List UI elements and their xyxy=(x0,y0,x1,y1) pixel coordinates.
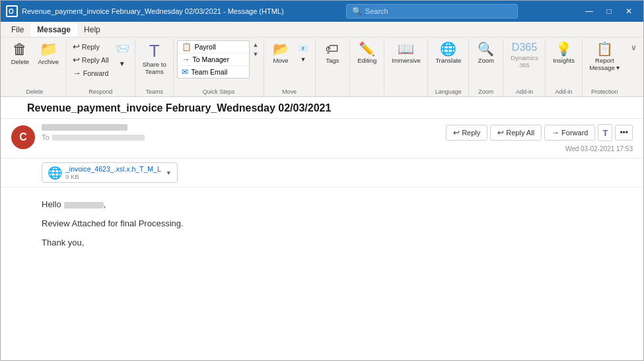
to-placeholder xyxy=(52,135,145,141)
email-header: C To ↩ Reply ↩ Reply xyxy=(1,119,643,158)
email-actions: ↩ Reply ↩ Reply All → Forward T xyxy=(446,124,633,141)
minimize-button[interactable]: ― xyxy=(580,2,598,20)
move-dropdown-icon: ▼ xyxy=(301,56,306,63)
teams-header-icon: T xyxy=(602,128,608,138)
reply-header-icon: ↩ xyxy=(453,128,460,137)
search-box[interactable]: 🔍 xyxy=(346,4,518,18)
ribbon-group-language: 🌐 Translate Language xyxy=(428,39,469,96)
reply-all-button[interactable]: ↩ Reply All xyxy=(70,53,112,66)
to-row: To xyxy=(42,133,446,141)
ribbon-group-dynamics: D365 Dynamics365 Add-in xyxy=(503,39,546,96)
zoom-icon: 🔍 xyxy=(478,42,494,55)
forward-header-button[interactable]: → Forward xyxy=(544,125,595,141)
archive-button[interactable]: 📁 Archive xyxy=(34,40,62,67)
respond-extra-button[interactable]: ▼ xyxy=(113,59,131,69)
editing-button[interactable]: ✏️ Editing xyxy=(354,40,380,66)
immersive-button[interactable]: 📖 Immersive xyxy=(388,40,424,66)
ribbon: 🗑 Delete 📁 Archive Delete ↩ Reply xyxy=(1,38,643,97)
dynamics-label: Dynamics365 xyxy=(511,54,538,69)
attachment-size: 9 KB xyxy=(65,173,161,180)
immersive-icon: 📖 xyxy=(398,42,414,55)
translate-button[interactable]: 🌐 Translate xyxy=(432,40,464,66)
search-input[interactable] xyxy=(365,7,512,15)
email-timestamp: Wed 03-02-2021 17:53 xyxy=(565,145,633,152)
menu-help[interactable]: Help xyxy=(77,23,107,36)
maximize-button[interactable]: □ xyxy=(600,2,618,20)
forward-button[interactable]: → Forward xyxy=(70,67,112,79)
respond-group-label: Respond xyxy=(89,88,112,95)
ribbon-group-teams: T Share toTeams Teams xyxy=(135,39,174,96)
dynamics-icon: D365 xyxy=(512,42,537,53)
report-button[interactable]: 📋 ReportMessage ▾ xyxy=(586,40,623,73)
share-to-teams-button[interactable]: T Share toTeams xyxy=(139,40,170,77)
move-icon: 📂 xyxy=(273,42,289,55)
translate-label: Translate xyxy=(435,57,461,64)
body-greeting: Hello, xyxy=(42,198,630,212)
qs-down-arrow[interactable]: ▼ xyxy=(251,49,260,59)
window-controls: ― □ ✕ xyxy=(580,2,638,20)
archive-label: Archive xyxy=(38,58,59,65)
move-group-label: Move xyxy=(282,88,297,95)
immersive-label: Immersive xyxy=(392,57,421,64)
sender-name-placeholder xyxy=(42,124,127,131)
delete-group-label: Delete xyxy=(26,88,43,95)
sender-name-row xyxy=(42,124,446,131)
teams-header-button[interactable]: T xyxy=(598,124,612,141)
forward-header-icon: → xyxy=(552,128,559,137)
attachment-dropdown-icon[interactable]: ▼ xyxy=(166,170,172,176)
dynamics-group-label: Add-in xyxy=(516,88,533,95)
move-dropdown-button[interactable]: ▼ xyxy=(295,55,311,64)
ribbon-end: ∨ xyxy=(627,39,641,96)
teams-group-content: T Share toTeams xyxy=(139,40,170,87)
dynamics-group-content: D365 Dynamics365 xyxy=(507,40,542,87)
attachment-chip[interactable]: 🌐 _invoice_4623_.xsl.x.h_T_M_L 9 KB ▼ xyxy=(42,162,178,183)
delete-group-content: 🗑 Delete 📁 Archive xyxy=(7,40,62,87)
qs-up-arrow[interactable]: ▲ xyxy=(251,40,260,49)
tags-label: Tags xyxy=(326,57,339,64)
ribbon-collapse-button[interactable]: ∨ xyxy=(628,42,639,53)
protection-group-label: Protection xyxy=(591,88,618,95)
ribbon-group-quick-steps: 📋 Payroll → To Manager ✉ Team Email ▲ ▼ xyxy=(174,39,264,96)
quick-steps-list: 📋 Payroll → To Manager ✉ Team Email xyxy=(177,40,250,79)
move-button[interactable]: 📂 Move xyxy=(268,40,294,66)
delete-button[interactable]: 🗑 Delete xyxy=(7,40,33,67)
forward-icon: → xyxy=(73,68,81,78)
reply-all-header-icon: ↩ xyxy=(497,128,504,137)
attachment-name: _invoice_4623_.xsl.x.h_T_M_L xyxy=(65,165,161,173)
menu-bar: File Message Help xyxy=(1,22,643,38)
tags-group-content: 🏷 Tags xyxy=(319,40,345,94)
menu-file[interactable]: File xyxy=(5,23,30,36)
body-closing: Thank you, xyxy=(42,236,630,250)
tags-button[interactable]: 🏷 Tags xyxy=(319,40,345,66)
teams-group-label: Teams xyxy=(145,88,163,95)
quick-steps-content: 📋 Payroll → To Manager ✉ Team Email ▲ ▼ xyxy=(177,40,260,87)
menu-message[interactable]: Message xyxy=(30,23,77,36)
respond-group-content: ↩ Reply ↩ Reply All → Forward 📨 xyxy=(70,40,131,87)
close-button[interactable]: ✕ xyxy=(620,2,638,20)
window-title: Revenue_payment_invoice February_Wednesd… xyxy=(22,7,284,15)
quick-step-manager[interactable]: → To Manager xyxy=(178,53,249,66)
manager-label: To Manager xyxy=(192,55,229,63)
zoom-button[interactable]: 🔍 Zoom xyxy=(473,40,499,66)
dynamics-button[interactable]: D365 Dynamics365 xyxy=(507,40,542,71)
move-rules-button[interactable]: 📧 xyxy=(295,43,311,54)
reply-all-header-button[interactable]: ↩ Reply All xyxy=(490,125,542,141)
more-actions-button[interactable]: ••• xyxy=(615,125,633,141)
respond-more-button[interactable]: 📨 xyxy=(113,40,131,57)
search-icon: 🔍 xyxy=(352,7,362,16)
manager-icon: → xyxy=(182,55,190,64)
insights-label: Insights xyxy=(553,57,575,64)
reply-button[interactable]: ↩ Reply xyxy=(70,40,112,53)
reply-header-button[interactable]: ↩ Reply xyxy=(446,125,487,141)
ribbon-group-tags: 🏷 Tags xyxy=(316,39,350,96)
quick-step-payroll[interactable]: 📋 Payroll xyxy=(178,41,249,53)
main-content: Revenue_payment_invoice February_Wednesd… xyxy=(1,97,643,360)
ribbon-group-immersive: 📖 Immersive xyxy=(384,39,428,96)
insights-button[interactable]: 💡 Insights xyxy=(550,40,578,66)
delete-icon: 🗑 xyxy=(13,42,27,57)
zoom-group-content: 🔍 Zoom xyxy=(473,40,499,87)
editing-group-content: ✏️ Editing xyxy=(354,40,380,94)
reply-header-label: Reply xyxy=(462,129,480,137)
quick-step-team-email[interactable]: ✉ Team Email xyxy=(178,66,249,78)
forward-label: Forward xyxy=(83,69,109,77)
